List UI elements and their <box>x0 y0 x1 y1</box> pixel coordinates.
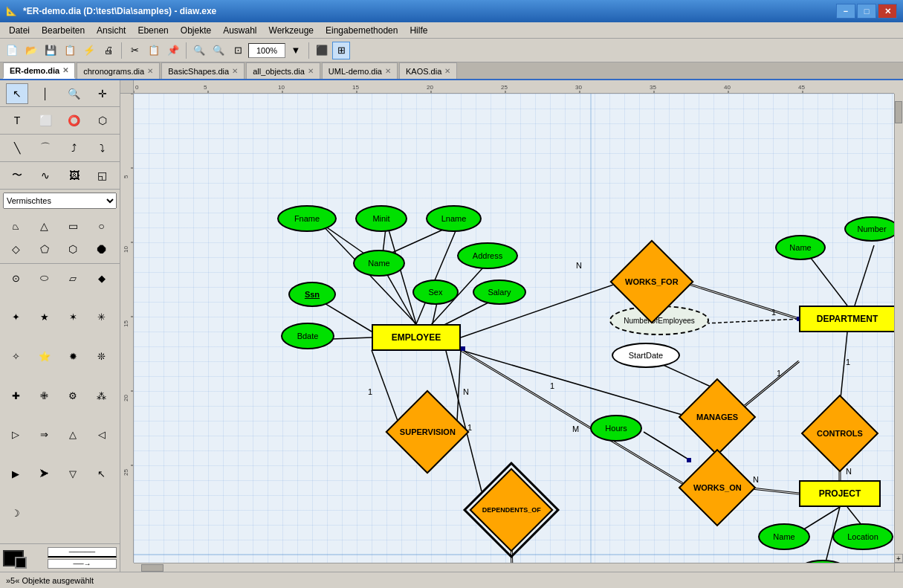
zigzag-tool[interactable]: ⤴ <box>63 138 85 158</box>
save-button[interactable]: 💾 <box>42 42 59 59</box>
entity-project[interactable]: PROJECT <box>799 480 881 507</box>
tab-er-demo[interactable]: ER-demo.dia ✕ <box>3 62 75 79</box>
shape-5star[interactable]: ★ <box>32 306 57 329</box>
print-button[interactable]: 🖨 <box>100 42 117 59</box>
menu-ansicht[interactable]: Ansicht <box>91 24 132 37</box>
shape-burst2[interactable]: ⁂ <box>89 384 114 407</box>
special-button[interactable]: ⚡ <box>80 42 98 59</box>
shape-parallelogram[interactable]: ▱ <box>60 267 85 289</box>
menu-datei[interactable]: Datei <box>3 24 36 37</box>
shape-arr-upleft[interactable]: ↖ <box>89 463 114 485</box>
menu-hilfe[interactable]: Hilfe <box>404 24 433 37</box>
attr-name-emp[interactable]: Name <box>353 250 405 277</box>
attr-hours[interactable]: Hours <box>590 415 642 442</box>
shape-arr-up[interactable]: △ <box>60 424 85 446</box>
bezier-tool[interactable]: ∿ <box>34 165 56 186</box>
shape-pentagon[interactable]: ⬠ <box>32 238 57 260</box>
shape-gear[interactable]: ⚙ <box>60 384 85 407</box>
menu-auswahl[interactable]: Auswahl <box>217 24 262 37</box>
entity-employee[interactable]: EMPLOYEE <box>372 324 461 351</box>
text-cursor-tool[interactable]: │ <box>34 83 56 104</box>
freehand-tool[interactable]: 〜 <box>6 165 28 186</box>
text-tool[interactable]: T <box>6 110 28 131</box>
shape-arr-down[interactable]: ▽ <box>60 463 85 485</box>
tab-all-objects-close[interactable]: ✕ <box>308 67 314 75</box>
attr-address[interactable]: Address <box>457 242 518 269</box>
attr-name-proj[interactable]: Name <box>758 523 810 550</box>
tab-uml-demo-close[interactable]: ✕ <box>385 67 391 75</box>
menu-bearbeiten[interactable]: Bearbeiten <box>36 24 91 37</box>
paste-button[interactable]: 📌 <box>164 42 182 59</box>
attr-number-dept[interactable]: Number <box>844 216 894 242</box>
scrollbar-vertical[interactable] <box>894 94 903 563</box>
attr-minit[interactable]: Minit <box>355 205 407 232</box>
box-tool[interactable]: ⬜ <box>34 110 56 131</box>
tab-basicshapes-close[interactable]: ✕ <box>232 67 238 75</box>
add-canvas-button[interactable]: + <box>894 554 903 563</box>
shape-oval[interactable]: ⬭ <box>32 267 57 289</box>
rel-works-on[interactable]: WORKS_ON <box>679 449 757 527</box>
select-tool[interactable]: ↖ <box>6 83 28 104</box>
image-tool[interactable]: 🖼 <box>63 165 85 186</box>
shape-burst[interactable]: ❊ <box>89 345 114 367</box>
attr-name-dept[interactable]: Name <box>775 235 826 260</box>
shape-starburst[interactable]: ✳ <box>89 306 114 329</box>
tab-er-demo-close[interactable]: ✕ <box>62 66 68 74</box>
zoom-dropdown[interactable]: ▼ <box>287 42 305 59</box>
shape-arr-right3[interactable]: ⮞ <box>32 463 57 485</box>
shape-6star[interactable]: ✶ <box>60 306 85 329</box>
maximize-button[interactable]: □ <box>857 4 876 19</box>
shape-triangle[interactable]: △ <box>32 215 57 237</box>
tab-chronograms[interactable]: chronograms.dia ✕ <box>77 62 160 79</box>
new-button[interactable]: 📄 <box>3 42 21 59</box>
menu-ebenen[interactable]: Ebenen <box>132 24 174 37</box>
minimize-button[interactable]: − <box>836 4 855 19</box>
rel-controls[interactable]: CONTROLS <box>801 395 879 473</box>
rel-manages[interactable]: MANAGES <box>679 378 757 456</box>
attr-location-proj[interactable]: Location <box>832 523 893 550</box>
zoom-tool[interactable]: 🔍 <box>63 83 85 104</box>
tab-basicshapes[interactable]: BasicShapes.dia ✕ <box>161 62 245 79</box>
shape-rect[interactable]: ▭ <box>60 215 85 237</box>
shape-arr-right2[interactable]: ▶ <box>3 463 28 485</box>
zoom-input[interactable] <box>248 43 285 58</box>
attr-salary[interactable]: Salary <box>473 280 526 305</box>
zoom-in-button[interactable]: 🔍 <box>190 42 208 59</box>
outline-tool[interactable]: ◱ <box>91 165 114 186</box>
shape-arr-left[interactable]: ◁ <box>89 424 114 446</box>
menu-eingabemethoden[interactable]: Eingabemethoden <box>320 24 404 37</box>
shape-4star2[interactable]: ✧ <box>3 345 28 367</box>
shape-circ2[interactable]: ⊙ <box>3 267 28 289</box>
grid-button[interactable]: ⊞ <box>332 42 350 59</box>
tab-chronograms-close[interactable]: ✕ <box>147 67 153 75</box>
shape-5star2[interactable]: ⭐ <box>32 345 57 367</box>
shape-trapezoid[interactable]: ⏢ <box>3 215 28 237</box>
attr-startdate[interactable]: StartDate <box>612 343 680 368</box>
close-button[interactable]: ✕ <box>878 4 897 19</box>
shape-4star[interactable]: ✦ <box>3 306 28 329</box>
shape-diamond[interactable]: ◇ <box>3 238 28 260</box>
ellipse-tool[interactable]: ⭕ <box>63 110 85 131</box>
polygon-tool[interactable]: ⬡ <box>91 110 114 131</box>
attr-bdate[interactable]: Bdate <box>281 323 334 349</box>
copy-button[interactable]: 📋 <box>145 42 163 59</box>
attr-fname[interactable]: Fname <box>277 205 337 232</box>
shape-hexagon[interactable]: ⬡ <box>60 238 85 260</box>
menu-objekte[interactable]: Objekte <box>175 24 217 37</box>
attr-ssn[interactable]: Ssn <box>288 282 336 307</box>
category-select[interactable]: Vermischtes <box>3 193 117 209</box>
shape-moon[interactable]: ☽ <box>3 502 28 524</box>
cut-button[interactable]: ✂ <box>126 42 143 59</box>
polyline-tool[interactable]: ⤵ <box>91 138 114 158</box>
entity-department[interactable]: DEPARTMENT <box>799 306 894 332</box>
tab-uml-demo[interactable]: UML-demo.dia ✕ <box>322 62 398 79</box>
line-style-solid[interactable]: ───── <box>48 547 117 558</box>
open-button[interactable]: 📂 <box>22 42 40 59</box>
rel-supervision[interactable]: SUPERVISION <box>385 390 469 474</box>
tab-kaos[interactable]: KAOS.dia ✕ <box>399 62 457 79</box>
attr-sex[interactable]: Sex <box>412 280 459 305</box>
line-style-arrow[interactable]: ──→ <box>48 559 117 569</box>
shape-cross[interactable]: ✚ <box>3 384 28 407</box>
bg-color-swatch[interactable] <box>15 557 27 569</box>
canvas-scroll[interactable]: N 1 1 <box>134 94 894 563</box>
